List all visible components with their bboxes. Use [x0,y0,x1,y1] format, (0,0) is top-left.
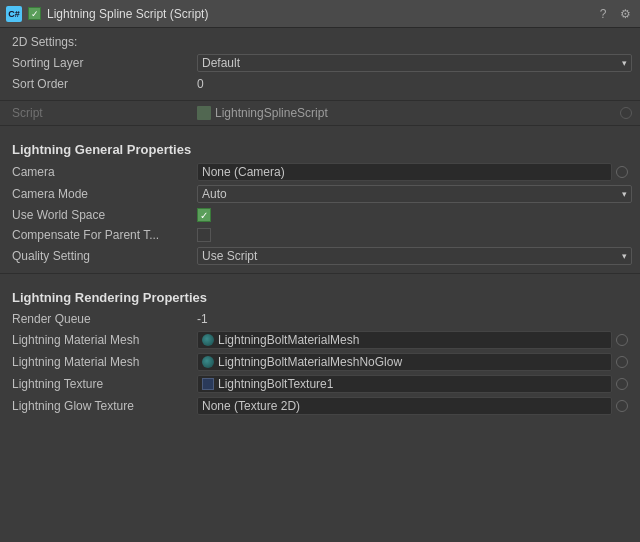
glow-texture-value: None (Texture 2D) [197,397,612,415]
material-mesh-1-row: Lightning Material Mesh LightningBoltMat… [0,329,640,351]
glow-texture-row: Lightning Glow Texture None (Texture 2D) [0,395,640,417]
sorting-layer-value: Default [202,56,240,70]
lightning-rendering-header: Lightning Rendering Properties [0,280,640,309]
quality-setting-dropdown[interactable]: Use Script ▾ [197,247,632,265]
compensate-parent-row: Compensate For Parent T... [0,225,640,245]
glow-texture-target-icon[interactable] [616,400,628,412]
render-queue-row: Render Queue -1 [0,309,640,329]
texture-label: Lightning Texture [12,377,197,391]
sort-order-value: 0 [197,77,632,91]
component-header: C# ✓ Lightning Spline Script (Script) ? … [0,0,640,28]
camera-target-icon[interactable] [616,166,628,178]
header-icons: ? ⚙ [594,5,634,23]
sort-order-row: Sort Order 0 [0,74,640,94]
enable-checkbox[interactable]: ✓ [28,7,41,20]
quality-setting-value: Use Script [202,249,257,263]
quality-setting-field[interactable]: Use Script ▾ [197,247,632,265]
camera-mode-label: Camera Mode [12,187,197,201]
camera-field[interactable]: None (Camera) [197,163,612,181]
divider-2 [0,125,640,126]
texture-target-icon[interactable] [616,378,628,390]
cs-icon: C# [6,6,22,22]
inspector-panel: C# ✓ Lightning Spline Script (Script) ? … [0,0,640,421]
material-mesh-2-field[interactable]: LightningBoltMaterialMeshNoGlow [197,353,612,371]
use-world-space-field[interactable]: ✓ [197,208,632,222]
material-mesh-2-row: Lightning Material Mesh LightningBoltMat… [0,351,640,373]
use-world-space-row: Use World Space ✓ [0,205,640,225]
sorting-layer-label: Sorting Layer [12,56,197,70]
lightning-rendering-section: Lightning Rendering Properties Render Qu… [0,276,640,421]
use-world-space-label: Use World Space [12,208,197,222]
compensate-parent-checkbox[interactable] [197,228,211,242]
component-title: Lightning Spline Script (Script) [47,7,588,21]
material-mesh-2-label: Lightning Material Mesh [12,355,197,369]
texture-value: LightningBoltTexture1 [197,375,612,393]
compensate-parent-field[interactable] [197,228,632,242]
sort-order-label: Sort Order [12,77,197,91]
camera-label: Camera [12,165,197,179]
camera-row: Camera None (Camera) [0,161,640,183]
script-target-icon[interactable] [620,107,632,119]
camera-mode-field[interactable]: Auto ▾ [197,185,632,203]
2d-settings-section: 2D Settings: Sorting Layer Default ▾ Sor… [0,28,640,98]
material-mesh-1-field[interactable]: LightningBoltMaterialMesh [197,331,612,349]
quality-setting-arrow: ▾ [622,251,627,261]
texture-row: Lightning Texture LightningBoltTexture1 [0,373,640,395]
quality-setting-label: Quality Setting [12,249,197,263]
sorting-layer-field[interactable]: Default ▾ [197,54,632,72]
script-row: Script LightningSplineScript [0,103,640,123]
2d-settings-label: 2D Settings: [12,35,197,49]
camera-mode-value: Auto [202,187,227,201]
quality-setting-row: Quality Setting Use Script ▾ [0,245,640,267]
camera-mode-arrow: ▾ [622,189,627,199]
script-field[interactable]: LightningSplineScript [197,106,620,120]
lightning-general-header: Lightning General Properties [0,132,640,161]
camera-mode-row: Camera Mode Auto ▾ [0,183,640,205]
script-name: LightningSplineScript [215,106,328,120]
help-button[interactable]: ? [594,5,612,23]
camera-mode-dropdown[interactable]: Auto ▾ [197,185,632,203]
texture-field[interactable]: LightningBoltTexture1 [197,375,612,393]
divider-3 [0,273,640,274]
use-world-space-checkbox[interactable]: ✓ [197,208,211,222]
script-file-icon [197,106,211,120]
2d-settings-header-row: 2D Settings: [0,32,640,52]
render-queue-value: -1 [197,312,632,326]
render-queue-label: Render Queue [12,312,197,326]
texture-file-icon [202,378,214,390]
material-mesh-1-target-icon[interactable] [616,334,628,346]
material-mesh-1-label: Lightning Material Mesh [12,333,197,347]
glow-texture-label: Lightning Glow Texture [12,399,197,413]
compensate-parent-label: Compensate For Parent T... [12,228,197,242]
camera-value: None (Camera) [197,163,612,181]
material-mesh-1-value: LightningBoltMaterialMesh [197,331,612,349]
material-mesh-2-target-icon[interactable] [616,356,628,368]
settings-button[interactable]: ⚙ [616,5,634,23]
sorting-layer-row: Sorting Layer Default ▾ [0,52,640,74]
material-2-icon [202,356,214,368]
script-label: Script [12,106,197,120]
material-1-icon [202,334,214,346]
divider-1 [0,100,640,101]
material-mesh-2-value: LightningBoltMaterialMeshNoGlow [197,353,612,371]
glow-texture-field[interactable]: None (Texture 2D) [197,397,612,415]
sorting-layer-arrow: ▾ [622,58,627,68]
lightning-general-section: Lightning General Properties Camera None… [0,128,640,271]
sorting-layer-dropdown[interactable]: Default ▾ [197,54,632,72]
